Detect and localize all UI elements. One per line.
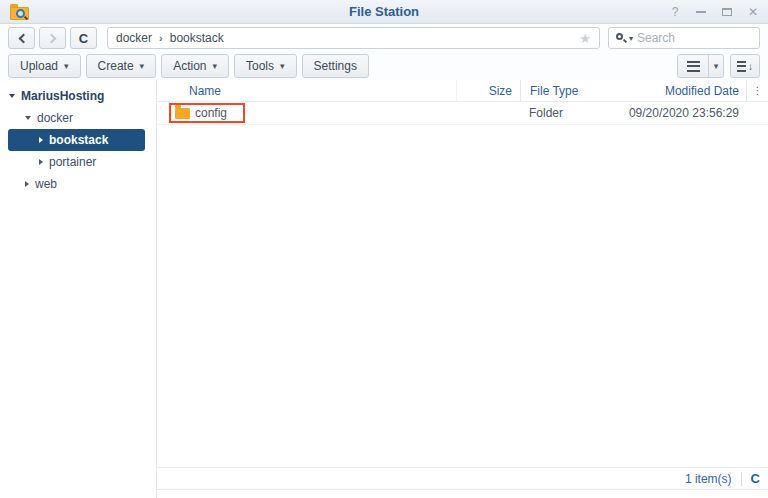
- sidebar-item-web[interactable]: web: [0, 173, 156, 195]
- settings-button-label: Settings: [314, 59, 357, 73]
- caret-down-icon: ▾: [212, 61, 217, 71]
- status-bar: 1 item(s) C: [157, 467, 768, 490]
- item-count: 1 item(s): [685, 472, 732, 486]
- view-mode-control: ▾: [677, 54, 724, 78]
- breadcrumb-segment-bookstack[interactable]: bookstack: [170, 31, 224, 45]
- window-controls: ? ✕: [668, 0, 760, 24]
- sidebar-item-bookstack[interactable]: bookstack: [8, 129, 145, 151]
- refresh-button[interactable]: C: [70, 27, 97, 49]
- sidebar-item-portainer[interactable]: portainer: [0, 151, 156, 173]
- create-button-label: Create: [98, 59, 134, 73]
- sidebar-item-label: bookstack: [49, 133, 108, 147]
- table-row[interactable]: config Folder 09/20/2020 23:56:29: [157, 102, 768, 125]
- search-icon: [615, 32, 627, 44]
- refresh-list-icon[interactable]: C: [751, 471, 760, 486]
- maximize-icon[interactable]: [720, 5, 734, 19]
- caret-down-icon: ▾: [280, 61, 285, 71]
- file-rows: config Folder 09/20/2020 23:56:29: [157, 102, 768, 467]
- file-station-window: File Station ? ✕ C docker › bookstack ★ …: [0, 0, 768, 498]
- expand-triangle-icon[interactable]: [9, 94, 15, 98]
- file-list-pane: Name Size File Type Modified Date ⋮ conf…: [157, 80, 768, 498]
- chevron-right-icon: [46, 33, 56, 43]
- tools-button[interactable]: Tools ▾: [234, 54, 297, 78]
- breadcrumb-separator-icon: ›: [159, 32, 163, 44]
- folder-icon: [175, 108, 190, 119]
- header-name[interactable]: Name: [157, 84, 456, 98]
- minimize-icon[interactable]: [694, 5, 708, 19]
- sidebar: MariusHosting docker bookstack portainer…: [0, 80, 157, 498]
- settings-button[interactable]: Settings: [302, 54, 369, 78]
- sidebar-item-label: web: [35, 177, 57, 191]
- list-view-button[interactable]: [678, 55, 708, 77]
- modified-date-cell: 09/20/2020 23:56:29: [616, 106, 746, 120]
- toolbar-right: ▾ ↓: [677, 54, 760, 78]
- caret-down-icon: ▾: [714, 61, 719, 71]
- sidebar-item-mariushosting[interactable]: MariusHosting: [0, 85, 156, 107]
- search-input[interactable]: [637, 31, 753, 45]
- navigation-bar: C docker › bookstack ★ ▾: [0, 24, 768, 52]
- collapse-triangle-icon[interactable]: [39, 137, 43, 143]
- create-button[interactable]: Create ▾: [86, 54, 157, 78]
- view-mode-caret-button[interactable]: ▾: [708, 55, 723, 77]
- file-type-cell: Folder: [520, 106, 616, 120]
- search-options-caret-icon[interactable]: ▾: [629, 34, 633, 43]
- list-view-icon: [687, 61, 700, 72]
- forward-button[interactable]: [39, 27, 66, 49]
- expand-triangle-icon[interactable]: [25, 116, 31, 120]
- window-body: MariusHosting docker bookstack portainer…: [0, 80, 768, 498]
- titlebar: File Station ? ✕: [0, 0, 768, 24]
- column-options-icon[interactable]: ⋮: [746, 80, 768, 101]
- header-file-type[interactable]: File Type: [520, 80, 616, 101]
- file-station-app-icon: [10, 4, 29, 20]
- sidebar-item-label: MariusHosting: [21, 89, 104, 103]
- toolbar: Upload ▾ Create ▾ Action ▾ Tools ▾ Setti…: [0, 52, 768, 80]
- bookmark-star-icon[interactable]: ★: [579, 31, 591, 46]
- chevron-left-icon: [18, 33, 28, 43]
- sidebar-item-label: portainer: [49, 155, 96, 169]
- file-name: config: [195, 106, 227, 120]
- collapse-triangle-icon[interactable]: [39, 159, 43, 165]
- upload-button-label: Upload: [20, 59, 58, 73]
- close-icon[interactable]: ✕: [746, 5, 760, 19]
- sidebar-item-label: docker: [37, 111, 73, 125]
- search-box[interactable]: ▾: [608, 27, 760, 49]
- sort-arrow-icon: ↓: [748, 61, 753, 72]
- window-title: File Station: [0, 4, 768, 19]
- header-size[interactable]: Size: [456, 80, 520, 101]
- breadcrumb-segment-docker[interactable]: docker: [116, 31, 152, 45]
- action-button-label: Action: [173, 59, 206, 73]
- table-header: Name Size File Type Modified Date ⋮: [157, 80, 768, 102]
- status-divider: [741, 472, 742, 486]
- sort-lines-icon: [737, 61, 746, 72]
- red-highlight-box[interactable]: config: [169, 103, 245, 123]
- sort-button[interactable]: ↓: [730, 54, 760, 78]
- caret-down-icon: ▾: [64, 61, 69, 71]
- collapse-triangle-icon[interactable]: [25, 181, 29, 187]
- help-icon[interactable]: ?: [668, 5, 682, 19]
- upload-button[interactable]: Upload ▾: [8, 54, 81, 78]
- sidebar-item-docker[interactable]: docker: [0, 107, 156, 129]
- refresh-icon: C: [79, 31, 88, 46]
- back-button[interactable]: [8, 27, 35, 49]
- header-modified-date[interactable]: Modified Date: [616, 80, 746, 101]
- tools-button-label: Tools: [246, 59, 274, 73]
- caret-down-icon: ▾: [140, 61, 145, 71]
- name-cell: config: [157, 103, 456, 123]
- action-button[interactable]: Action ▾: [161, 54, 229, 78]
- breadcrumb[interactable]: docker › bookstack ★: [107, 27, 600, 49]
- bottom-spacer: [157, 490, 768, 498]
